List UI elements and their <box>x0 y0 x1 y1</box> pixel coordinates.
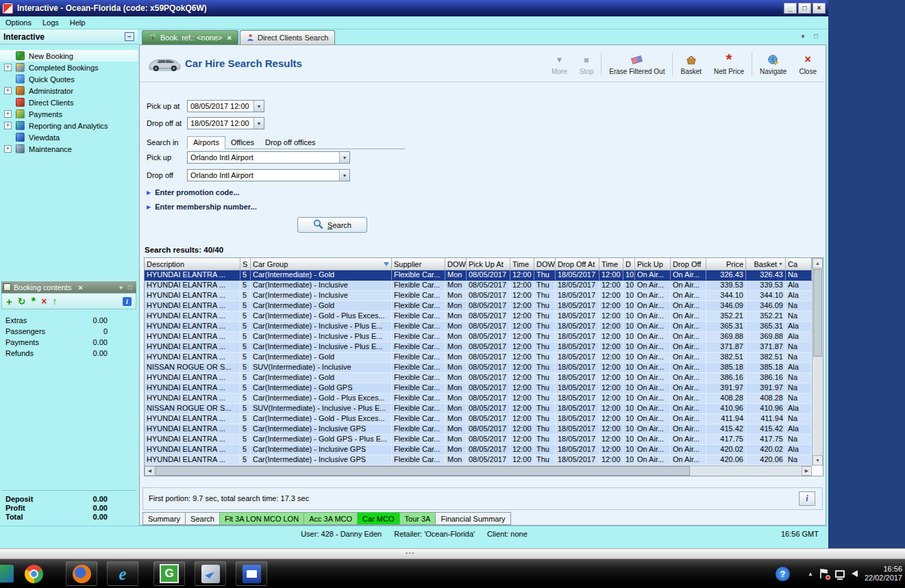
table-row[interactable]: NISSAN ROGUE OR S...5SUV(Intermediate) -… <box>145 363 812 373</box>
column-header-price-13[interactable]: Price <box>706 258 746 270</box>
tab-direct-clients-search[interactable]: Direct Clients Search <box>240 30 335 44</box>
dropdown-arrow-icon[interactable]: ▼ <box>339 152 349 163</box>
close-window-button[interactable]: × <box>813 3 826 14</box>
apply-icon[interactable]: * <box>32 296 36 307</box>
float-panel-icon[interactable]: □ <box>125 284 134 291</box>
menu-item-help[interactable]: Help <box>64 16 91 29</box>
sidebar-item-reporting-and-analytics[interactable]: +Reporting and Analytics <box>0 120 138 131</box>
table-row[interactable]: HYUNDAI ELANTRA ...5Car(Intermediate) - … <box>145 383 812 394</box>
expand-icon[interactable]: + <box>4 87 12 94</box>
scroll-down-icon[interactable]: ▼ <box>813 455 823 465</box>
search-button[interactable]: Search <box>297 217 367 233</box>
help-icon[interactable]: ? <box>776 567 790 581</box>
promotion-code-link[interactable]: ▶ Enter promotion code... <box>147 188 240 196</box>
column-header-s-1[interactable]: S <box>240 258 251 270</box>
info-icon[interactable]: i <box>123 297 132 306</box>
column-header-drop-off-12[interactable]: Drop Off <box>671 258 706 270</box>
column-header-basket-14[interactable]: Basket▼ <box>746 258 786 270</box>
taskbar-slot-google[interactable]: G <box>153 561 185 586</box>
taskbar-slot-chrome[interactable] <box>18 561 49 586</box>
bottom-tab-financial-summary[interactable]: Financial Summary <box>436 512 510 525</box>
sidebar-item-direct-clients[interactable]: Direct Clients <box>0 97 138 108</box>
searchin-tab-airports[interactable]: Airports <box>187 136 225 149</box>
table-row[interactable]: HYUNDAI ELANTRA ...5Car(Intermediate) - … <box>145 394 812 404</box>
sidebar-item-maintenance[interactable]: +Maintenance <box>0 143 138 155</box>
erase-filtered-out-button[interactable]: Erase Filtered Out <box>603 49 671 80</box>
column-header-time-9[interactable]: Time <box>599 258 623 270</box>
table-row[interactable]: NISSAN ROGUE OR S...5SUV(Intermediate) -… <box>145 404 812 414</box>
minimize-button[interactable]: _ <box>784 3 797 14</box>
bottom-tab-search[interactable]: Search <box>186 512 220 525</box>
info-button[interactable]: i <box>799 491 815 506</box>
table-row[interactable]: HYUNDAI ELANTRA ...5Car(Intermediate) - … <box>145 342 812 353</box>
column-header-time-6[interactable]: Time <box>510 258 534 270</box>
expand-icon[interactable]: + <box>4 122 12 129</box>
pickup-datetime-input[interactable]: 08/05/2017 12:00 ▼ <box>187 100 264 112</box>
tab-book-ref-none[interactable]: Book. ref.: <none>× <box>142 30 238 44</box>
grip-handle-icon[interactable]: ··· <box>406 549 415 557</box>
bottom-tab-summary[interactable]: Summary <box>142 512 186 525</box>
network-icon[interactable] <box>835 570 845 578</box>
pin-tabgroup-icon[interactable]: ▾ <box>798 32 808 41</box>
table-row[interactable]: HYUNDAI ELANTRA ...5Car(Intermediate) - … <box>145 435 812 445</box>
scroll-right-icon[interactable]: ▶ <box>802 466 812 476</box>
column-header-car-group-2[interactable]: Car Group <box>251 258 392 270</box>
bottom-tab-tour-3a[interactable]: Tour 3A <box>400 512 436 525</box>
menu-item-options[interactable]: Options <box>0 16 37 29</box>
bottom-tab-car-mco[interactable]: Car MCO <box>358 512 399 525</box>
stop-button[interactable]: ■Stop <box>573 49 600 80</box>
bottom-tab-acc-3a-mco[interactable]: Acc 3A MCO <box>304 512 358 525</box>
filter-icon[interactable] <box>384 262 389 266</box>
taskbar-slot-maps[interactable] <box>195 561 226 586</box>
horizontal-scrollbar[interactable]: ◀ ▶ <box>145 465 812 476</box>
table-row[interactable]: HYUNDAI ELANTRA ...5Car(Intermediate) - … <box>145 322 812 332</box>
taskbar-slot-ie[interactable]: e <box>107 561 138 586</box>
more-button[interactable]: ▼More <box>545 49 573 80</box>
pin-panel-icon[interactable]: ▾ <box>116 284 125 291</box>
nett-price-button[interactable]: *Nett Price <box>708 49 750 80</box>
table-row[interactable]: HYUNDAI ELANTRA ...5Car(Intermediate) - … <box>145 424 812 435</box>
expand-icon[interactable]: + <box>4 64 12 71</box>
dropdown-arrow-icon[interactable]: ▼ <box>339 170 349 181</box>
column-header-drop-off-at-8[interactable]: Drop Off At <box>556 258 599 270</box>
delete-icon[interactable]: × <box>41 296 47 306</box>
dropdown-arrow-icon[interactable]: ▼ <box>253 101 264 112</box>
bottom-tab-flt-3a-lon-mco-lon[interactable]: Flt 3A LON MCO LON <box>220 512 304 525</box>
table-row[interactable]: HYUNDAI ELANTRA ...5Car(Intermediate) - … <box>145 445 812 455</box>
dropdown-arrow-icon[interactable]: ▼ <box>253 118 264 129</box>
vertical-scroll-thumb[interactable] <box>813 269 822 357</box>
table-row[interactable]: HYUNDAI ELANTRA ...5Car(Intermediate) - … <box>145 373 812 383</box>
table-row[interactable]: HYUNDAI ELANTRA ...5Car(Intermediate) - … <box>145 270 812 281</box>
sidebar-item-viewdata[interactable]: Viewdata <box>0 131 138 143</box>
refresh-icon[interactable]: ↻ <box>18 296 26 306</box>
sidebar-item-new-booking[interactable]: New Booking <box>0 50 138 62</box>
navigate-button[interactable]: Navigate <box>754 49 793 80</box>
sidebar-item-completed-bookings[interactable]: +Completed Bookings <box>0 62 138 73</box>
column-header-pick-up-at-5[interactable]: Pick Up At <box>467 258 510 270</box>
scroll-up-icon[interactable]: ▲ <box>813 258 823 268</box>
maximize-button[interactable]: □ <box>798 3 811 14</box>
membership-number-link[interactable]: ▶ Enter membership number... <box>147 203 257 211</box>
basket-button[interactable]: Basket <box>674 49 708 80</box>
taskbar-partial-icon[interactable] <box>0 565 14 583</box>
restore-tabgroup-icon[interactable]: □ <box>811 32 821 41</box>
horizontal-scroll-thumb[interactable] <box>156 466 690 476</box>
volume-icon[interactable] <box>852 570 858 577</box>
column-header-d-10[interactable]: D <box>623 258 635 270</box>
column-header-ca-15[interactable]: Ca <box>786 258 812 270</box>
sidebar-item-quick-quotes[interactable]: Quick Quotes <box>0 73 138 85</box>
scroll-left-icon[interactable]: ◀ <box>145 466 155 476</box>
searchin-tab-drop-off-offices[interactable]: Drop off offices <box>260 137 321 149</box>
column-header-pick-up-11[interactable]: Pick Up <box>635 258 671 270</box>
expand-icon[interactable]: + <box>4 110 12 118</box>
close-button[interactable]: ×Close <box>793 49 823 80</box>
column-header-supplier-3[interactable]: Supplier <box>392 258 445 270</box>
column-header-dow-4[interactable]: DOW <box>445 258 467 270</box>
sidebar-item-administrator[interactable]: +Administrator <box>0 85 138 97</box>
column-header-description-0[interactable]: Description <box>145 258 240 270</box>
vertical-scrollbar[interactable]: ▲ ▼ <box>812 258 823 465</box>
table-row[interactable]: HYUNDAI ELANTRA ...5Car(Intermediate) - … <box>145 332 812 342</box>
table-row[interactable]: HYUNDAI ELANTRA ...5Car(Intermediate) - … <box>145 414 812 424</box>
expand-icon[interactable]: + <box>4 145 12 153</box>
menu-item-logs[interactable]: Logs <box>37 16 64 29</box>
